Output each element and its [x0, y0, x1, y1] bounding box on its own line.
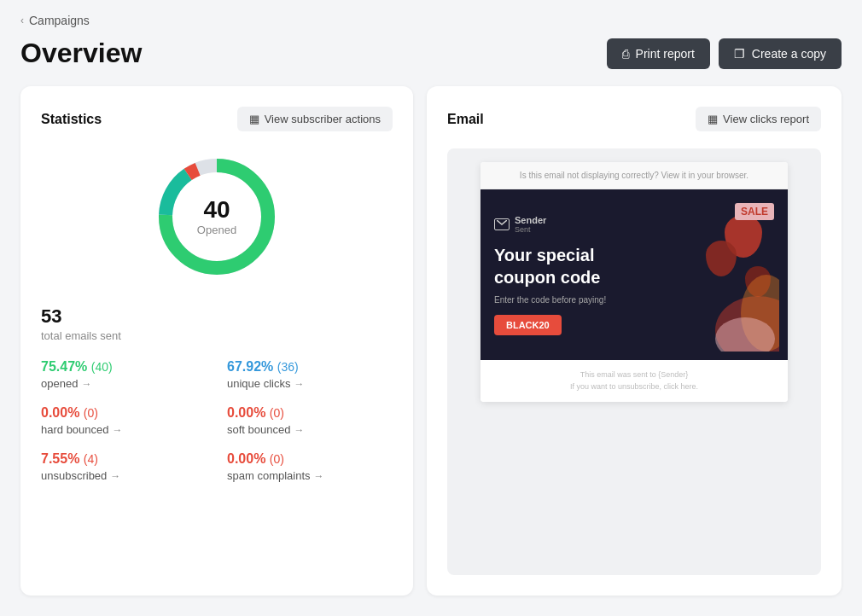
stat-hard-percent: 0.00%: [41, 405, 79, 420]
sender-sub: Sent: [515, 225, 546, 234]
abstract-shape: [694, 266, 779, 352]
email-header: Email ▦ View clicks report: [447, 107, 821, 131]
donut-label: Opened: [197, 224, 236, 236]
stat-hard-arrow[interactable]: →: [113, 424, 123, 436]
stat-unique-clicks: 67.92% (36) unique clicks →: [227, 359, 393, 390]
stat-soft-label: soft bounced: [227, 423, 290, 436]
stat-opened: 75.47% (40) opened →: [41, 359, 207, 390]
donut-chart: 40 Opened: [149, 148, 285, 285]
balloon-decoration: [694, 198, 779, 352]
view-subscriber-actions-button[interactable]: ▦ View subscriber actions: [237, 107, 393, 131]
header-actions: ⎙ Print report ❐ Create a copy: [607, 38, 842, 69]
stat-clicks-label: unique clicks: [227, 377, 290, 390]
email-unsubscribe-text: If you want to unsubscribe, click here.: [492, 381, 776, 392]
print-icon: ⎙: [622, 47, 629, 61]
create-copy-button[interactable]: ❐ Create a copy: [719, 38, 842, 69]
stat-unsub-arrow[interactable]: →: [110, 470, 120, 482]
print-report-button[interactable]: ⎙ Print report: [607, 38, 710, 69]
donut-chart-container: 40 Opened: [41, 148, 393, 285]
chart-icon: ▦: [249, 113, 259, 125]
page-title: Overview: [20, 38, 142, 69]
sender-icon: [494, 218, 510, 230]
email-card: Email ▦ View clicks report Is this email…: [427, 86, 842, 596]
back-arrow-icon: ‹: [20, 15, 24, 26]
stat-opened-label: opened: [41, 377, 78, 390]
stat-hard-count: (0): [84, 406, 98, 420]
total-number: 53: [41, 305, 393, 328]
sender-info: Sender Sent: [515, 215, 546, 234]
statistics-card: Statistics ▦ View subscriber actions: [20, 86, 413, 596]
coupon-button[interactable]: BLACK20: [494, 315, 562, 335]
statistics-header: Statistics ▦ View subscriber actions: [41, 107, 393, 131]
page-header: Overview ⎙ Print report ❐ Create a copy: [0, 34, 862, 86]
stat-spam-arrow[interactable]: →: [314, 470, 324, 482]
stat-soft-arrow[interactable]: →: [294, 424, 304, 436]
email-footer-text: This email was sent to {Sender} If you w…: [492, 369, 776, 393]
stat-soft-bounced: 0.00% (0) soft bounced →: [227, 405, 393, 436]
stat-soft-count: (0): [270, 406, 284, 420]
stat-clicks-count: (36): [277, 360, 299, 374]
stat-spam-percent: 0.00%: [227, 451, 265, 466]
email-title: Email: [447, 112, 484, 127]
donut-center: 40 Opened: [197, 197, 236, 236]
breadcrumb: ‹ Campaigns: [0, 0, 862, 34]
email-headline: Your special coupon code: [494, 244, 648, 288]
stat-spam-count: (0): [270, 452, 284, 466]
statistics-title: Statistics: [41, 112, 102, 127]
email-footer: This email was sent to {Sender} If you w…: [481, 360, 788, 402]
main-content: Statistics ▦ View subscriber actions: [0, 86, 862, 616]
stats-grid: 75.47% (40) opened → 67.92% (36) unique …: [41, 359, 393, 482]
stat-unsub-percent: 7.55%: [41, 451, 79, 466]
total-text: total emails sent: [41, 329, 393, 342]
view-clicks-report-button[interactable]: ▦ View clicks report: [696, 107, 821, 131]
email-frame: Is this email not displaying correctly? …: [481, 162, 788, 402]
total-emails: 53 total emails sent: [41, 305, 393, 342]
stat-unsub-label: unsubscribed: [41, 469, 107, 482]
stat-clicks-percent: 67.92%: [227, 359, 273, 374]
sale-badge: SALE: [735, 203, 774, 220]
sender-name: Sender: [515, 215, 546, 225]
chart-bar-icon: ▦: [708, 113, 718, 125]
stat-opened-arrow[interactable]: →: [81, 378, 91, 390]
stat-soft-percent: 0.00%: [227, 405, 265, 420]
stat-hard-label: hard bounced: [41, 423, 109, 436]
stat-spam: 0.00% (0) spam complaints →: [227, 451, 393, 482]
stat-unsub-count: (4): [84, 452, 98, 466]
stat-hard-bounced: 0.00% (0) hard bounced →: [41, 405, 207, 436]
stat-spam-label: spam complaints: [227, 469, 311, 482]
copy-icon: ❐: [734, 47, 745, 61]
email-preview-area: Is this email not displaying correctly? …: [447, 148, 821, 575]
stat-unsubscribed: 7.55% (4) unsubscribed →: [41, 451, 207, 482]
email-topbar: Is this email not displaying correctly? …: [481, 162, 788, 189]
stat-clicks-arrow[interactable]: →: [294, 378, 304, 390]
email-banner: Sender Sent SALE Your special coupon cod…: [481, 189, 788, 360]
stat-opened-percent: 75.47%: [41, 359, 87, 374]
stat-opened-count: (40): [91, 360, 113, 374]
campaigns-link[interactable]: Campaigns: [29, 14, 90, 27]
donut-number: 40: [197, 197, 236, 224]
